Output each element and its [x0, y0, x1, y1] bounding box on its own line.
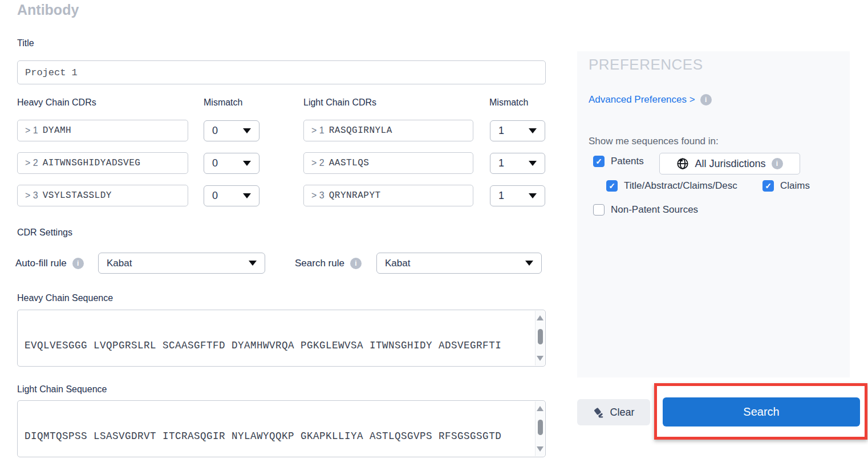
chevron-down-icon: [525, 261, 533, 266]
show-me-label: Show me sequences found in:: [589, 136, 719, 147]
hc-cdr3-input[interactable]: > 3 VSYLSTASSLDY: [17, 185, 188, 206]
clear-button-label: Clear: [610, 407, 634, 419]
lc-mismatch3-select[interactable]: 1: [490, 185, 545, 206]
cdr-value: DYAMH: [43, 125, 72, 136]
mismatch-value: 1: [498, 157, 504, 169]
search-rule-select[interactable]: Kabat: [376, 253, 542, 274]
light-sequence-label: Light Chain Sequence: [17, 384, 107, 395]
chevron-down-icon: [529, 161, 537, 166]
scrollbar-thumb[interactable]: [538, 420, 543, 435]
hc-mismatch-label: Mismatch: [204, 98, 242, 108]
claims-checkbox[interactable]: ✓: [762, 180, 774, 192]
chevron-down-icon: [249, 261, 257, 266]
search-button[interactable]: Search: [663, 397, 860, 426]
heavy-sequence-textarea[interactable]: EVQLVESGGG LVQPGRSLRL SCAASGFTFD DYAMHWV…: [17, 310, 546, 367]
info-icon[interactable]: i: [72, 258, 84, 269]
non-patent-label: Non-Patent Sources: [611, 204, 698, 216]
mismatch-value: 0: [212, 125, 218, 137]
heavy-sequence-text: EVQLVESGGG LVQPGRSLRL SCAASGFTFD DYAMHWV…: [25, 315, 501, 367]
info-icon[interactable]: i: [350, 258, 362, 269]
light-cdrs-label: Light Chain CDRs: [303, 98, 376, 108]
title-label: Title: [17, 38, 34, 48]
scroll-up-icon[interactable]: [537, 406, 543, 411]
lc-mismatch-label: Mismatch: [489, 98, 528, 108]
patents-checkbox[interactable]: ✓: [593, 156, 605, 167]
search-rule-label: Search rule: [295, 258, 344, 269]
cdr-value: VSYLSTASSLDY: [43, 190, 112, 201]
scrollbar-thumb[interactable]: [538, 329, 543, 344]
lc-mismatch2-select[interactable]: 1: [490, 153, 545, 174]
mismatch-value: 1: [498, 190, 504, 202]
cdr-prefix: > 1: [25, 125, 38, 136]
title-input-wrapper: [17, 60, 546, 84]
search-rule-value: Kabat: [385, 258, 410, 269]
light-sequence-text: DIQMTQSPSS LSASVGDRVT ITCRASQGIR NYLAWYQ…: [25, 406, 501, 457]
lc-cdr1-input[interactable]: > 1 RASQGIRNYLA: [303, 120, 473, 141]
chevron-down-icon: [243, 193, 251, 198]
hc-mismatch2-select[interactable]: 0: [204, 153, 259, 174]
title-input[interactable]: [25, 67, 545, 78]
cdr-value: AASTLQS: [329, 158, 370, 168]
cdr-prefix: > 1: [311, 125, 325, 136]
lc-mismatch1-select[interactable]: 1: [490, 120, 545, 141]
cdr-prefix: > 3: [311, 190, 325, 201]
autofill-rule-label: Auto-fill rule: [15, 258, 67, 269]
check-icon: ✓: [609, 182, 615, 190]
hc-cdr2-input[interactable]: > 2 AITWNSGHIDYADSVEG: [17, 152, 188, 174]
autofill-rule-value: Kabat: [107, 258, 132, 269]
claims-label: Claims: [780, 180, 810, 192]
patents-label: Patents: [611, 156, 644, 167]
eraser-icon: [593, 407, 605, 419]
chevron-down-icon: [243, 128, 251, 133]
heavy-cdrs-label: Heavy Chain CDRs: [17, 98, 96, 108]
preferences-title: PREFERENCES: [589, 56, 703, 74]
cdr-value: AITWNSGHIDYADSVEG: [43, 158, 141, 168]
scrollbar[interactable]: [535, 311, 545, 365]
hc-cdr1-input[interactable]: > 1 DYAMH: [17, 120, 188, 141]
tacd-label: Title/Abstract/Claims/Desc: [624, 180, 737, 192]
scroll-up-icon[interactable]: [537, 315, 543, 320]
jurisdictions-label: All Jurisdictions: [695, 158, 765, 170]
scrollbar[interactable]: [535, 401, 545, 456]
info-icon[interactable]: i: [700, 94, 712, 105]
page-title: Antibody: [17, 2, 79, 18]
mismatch-value: 1: [498, 125, 504, 137]
clear-button[interactable]: Clear: [577, 399, 650, 425]
chevron-down-icon: [243, 161, 251, 166]
light-sequence-textarea[interactable]: DIQMTQSPSS LSASVGDRVT ITCRASQGIR NYLAWYQ…: [17, 400, 546, 457]
cdr-prefix: > 2: [311, 158, 325, 168]
check-icon: ✓: [595, 157, 602, 165]
globe-icon: [676, 157, 689, 170]
heavy-sequence-label: Heavy Chain Sequence: [17, 293, 113, 303]
autofill-rule-select[interactable]: Kabat: [98, 253, 265, 274]
lc-cdr2-input[interactable]: > 2 AASTLQS: [303, 152, 473, 174]
hc-mismatch3-select[interactable]: 0: [204, 185, 259, 206]
cdr-prefix: > 3: [25, 190, 38, 201]
cdr-settings-label: CDR Settings: [17, 228, 72, 238]
lc-cdr3-input[interactable]: > 3 QRYNRAPYT: [303, 185, 473, 206]
search-button-label: Search: [743, 405, 779, 419]
cdr-prefix: > 2: [25, 158, 38, 168]
tacd-checkbox[interactable]: ✓: [606, 180, 618, 192]
jurisdictions-button[interactable]: All Jurisdictions i: [659, 153, 800, 174]
info-icon[interactable]: i: [772, 158, 783, 169]
mismatch-value: 0: [212, 157, 218, 169]
advanced-preferences-link[interactable]: Advanced Preferences >: [589, 94, 695, 105]
cdr-value: RASQGIRNYLA: [329, 125, 392, 136]
mismatch-value: 0: [212, 190, 218, 202]
cdr-value: QRYNRAPYT: [329, 190, 381, 201]
chevron-down-icon: [529, 193, 537, 198]
non-patent-checkbox[interactable]: [593, 204, 605, 216]
scroll-down-icon[interactable]: [537, 356, 543, 361]
check-icon: ✓: [765, 182, 772, 190]
hc-mismatch1-select[interactable]: 0: [204, 120, 259, 141]
chevron-down-icon: [529, 128, 537, 133]
scroll-down-icon[interactable]: [537, 446, 543, 452]
